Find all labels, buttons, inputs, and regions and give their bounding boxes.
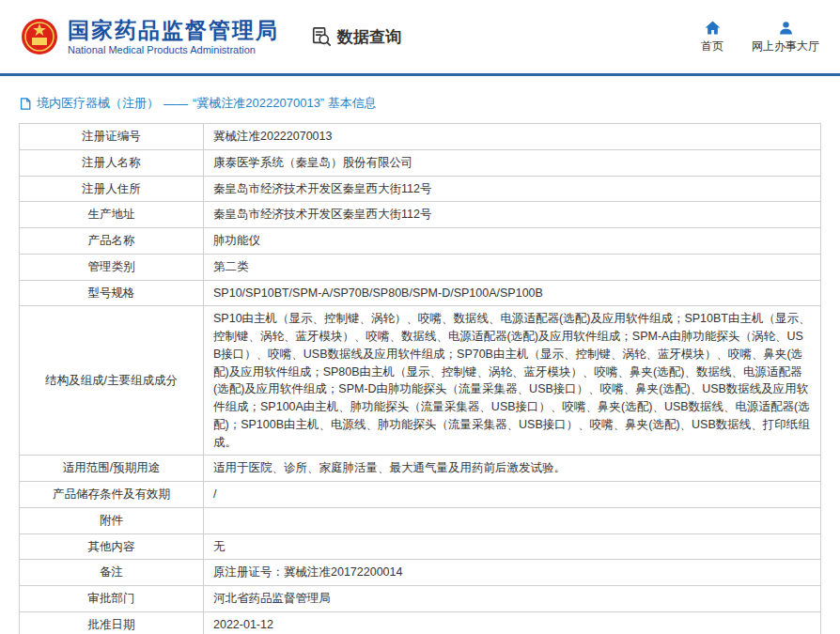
national-emblem-logo: [21, 14, 58, 59]
row-label: 注册证编号: [20, 124, 204, 150]
row-value: 河北省药品监督管理局: [204, 586, 821, 612]
breadcrumb-separator: ——: [163, 97, 188, 111]
table-row: 产品名称肺功能仪: [20, 228, 821, 255]
row-label: 审批部门: [20, 586, 204, 612]
row-value: 康泰医学系统（秦皇岛）股份有限公司: [204, 149, 821, 176]
document-search-icon: [311, 26, 332, 47]
table-row: 批准日期2022-01-12: [20, 611, 821, 634]
online-hall-label: 网上办事大厅: [752, 39, 819, 54]
row-label: 产品名称: [20, 228, 204, 255]
row-label: 型号规格: [20, 280, 204, 306]
row-value: 冀械注准20222070013: [204, 124, 821, 150]
row-label: 备注: [20, 560, 204, 586]
home-icon: [705, 20, 721, 36]
row-label: 附件: [20, 507, 204, 533]
table-row: 结构及组成/主要组成成分SP10由主机（显示、控制键、涡轮）、咬嘴、数据线、电源…: [20, 306, 821, 456]
breadcrumb-category[interactable]: 境内医疗器械（注册）: [37, 95, 159, 112]
org-name-cn: 国家药品监督管理局: [68, 18, 279, 42]
table-row: 管理类别第二类: [20, 254, 821, 280]
table-row: 附件: [20, 507, 821, 533]
table-row: 注册人住所秦皇岛市经济技术开发区秦皇西大街112号: [20, 176, 821, 202]
row-value: 适用于医院、诊所、家庭肺活量、最大通气量及用药前后激发试验。: [204, 456, 821, 482]
breadcrumb-title: “冀械注准20222070013” 基本信息: [193, 95, 377, 112]
table-row: 备注原注册证号：冀械注准20172200014: [20, 560, 821, 586]
table-row: 生产地址秦皇岛市经济技术开发区秦皇西大街112号: [20, 202, 821, 228]
row-label: 适用范围/预期用途: [20, 456, 204, 482]
table-row: 其他内容无: [20, 533, 821, 560]
home-link-label: 首页: [701, 39, 723, 54]
nav-data-query-label: 数据查询: [337, 26, 401, 48]
row-label: 生产地址: [20, 202, 204, 228]
row-value: 秦皇岛市经济技术开发区秦皇西大街112号: [204, 176, 821, 202]
header-divider: [0, 73, 840, 76]
row-label: 其他内容: [20, 533, 204, 560]
info-table-body: 注册证编号冀械注准20222070013注册人名称康泰医学系统（秦皇岛）股份有限…: [20, 124, 821, 634]
row-label: 注册人住所: [20, 176, 204, 202]
person-icon: [778, 20, 794, 36]
registration-info-table: 注册证编号冀械注准20222070013注册人名称康泰医学系统（秦皇岛）股份有限…: [19, 123, 821, 634]
header-links: 首页 网上办事大厅: [701, 20, 819, 54]
nav-data-query[interactable]: 数据查询: [311, 26, 401, 48]
row-label: 管理类别: [20, 254, 204, 280]
row-label: 产品储存条件及有效期: [20, 482, 204, 508]
row-value: SP10/SP10BT/SPM-A/SP70B/SP80B/SPM-D/SP10…: [204, 280, 821, 306]
table-row: 产品储存条件及有效期/: [20, 482, 821, 508]
row-value: SP10由主机（显示、控制键、涡轮）、咬嘴、数据线、电源适配器(选配)及应用软件…: [204, 306, 821, 456]
row-label: 注册人名称: [20, 149, 204, 176]
row-value: 无: [204, 533, 821, 560]
row-value: 原注册证号：冀械注准20172200014: [204, 560, 821, 586]
table-row: 审批部门河北省药品监督管理局: [20, 586, 821, 612]
main-content: 境内医疗器械（注册） —— “冀械注准20222070013” 基本信息 注册证…: [0, 95, 840, 634]
row-label: 批准日期: [20, 611, 204, 634]
table-row: 型号规格SP10/SP10BT/SPM-A/SP70B/SP80B/SPM-D/…: [20, 280, 821, 306]
breadcrumb: 境内医疗器械（注册） —— “冀械注准20222070013” 基本信息: [19, 95, 821, 112]
file-icon: [19, 97, 32, 111]
row-value: 肺功能仪: [204, 228, 821, 255]
table-row: 注册证编号冀械注准20222070013: [20, 124, 821, 150]
row-value: /: [204, 482, 821, 508]
row-value: 秦皇岛市经济技术开发区秦皇西大街112号: [204, 202, 821, 228]
row-label: 结构及组成/主要组成成分: [20, 306, 204, 456]
site-header: 国家药品监督管理局 National Medical Products Admi…: [0, 0, 840, 73]
table-row: 适用范围/预期用途适用于医院、诊所、家庭肺活量、最大通气量及用药前后激发试验。: [20, 456, 821, 482]
row-value: [204, 507, 821, 533]
org-name-en: National Medical Products Administration: [68, 44, 279, 55]
home-link[interactable]: 首页: [701, 20, 723, 54]
online-hall-link[interactable]: 网上办事大厅: [752, 20, 819, 54]
row-value: 第二类: [204, 254, 821, 280]
row-value: 2022-01-12: [204, 611, 821, 634]
table-row: 注册人名称康泰医学系统（秦皇岛）股份有限公司: [20, 149, 821, 176]
org-name-block: 国家药品监督管理局 National Medical Products Admi…: [68, 18, 279, 55]
